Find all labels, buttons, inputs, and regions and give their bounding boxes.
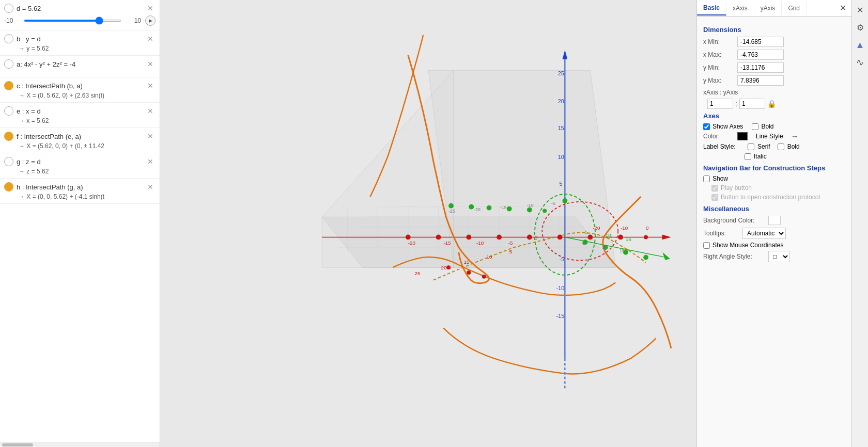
nav-show-checkbox[interactable] bbox=[703, 175, 710, 182]
panel-close-btn[interactable]: ✕ bbox=[834, 0, 851, 16]
open-protocol-checkbox[interactable] bbox=[711, 194, 718, 201]
ymin-input[interactable] bbox=[737, 62, 784, 73]
3d-graph: 25 20 15 10 5 -5 -10 -15 -20 -10 0 -20 -… bbox=[160, 0, 696, 447]
tab-xaxis[interactable]: xAxis bbox=[726, 2, 754, 15]
svg-text:20: 20 bbox=[558, 98, 564, 104]
svg-point-38 bbox=[497, 235, 502, 240]
tab-yaxis[interactable]: yAxis bbox=[754, 2, 782, 15]
svg-text:-20: -20 bbox=[474, 207, 481, 212]
close-icon[interactable]: ✕ bbox=[854, 3, 867, 17]
serif-checkbox[interactable] bbox=[748, 143, 754, 150]
item-label-b: b : y = d bbox=[17, 35, 142, 43]
close-btn-b[interactable]: ✕ bbox=[145, 34, 156, 44]
close-btn-h[interactable]: ✕ bbox=[145, 182, 156, 192]
ratio-row: xAxis : yAxis bbox=[703, 89, 845, 96]
right-angle-label: Right Angle Style: bbox=[703, 253, 765, 260]
bg-color-swatch[interactable] bbox=[768, 216, 781, 225]
svg-point-43 bbox=[644, 235, 648, 240]
serif-label: Serif bbox=[757, 143, 770, 150]
line-style-label: Line Style: bbox=[756, 133, 785, 140]
visibility-toggle-d[interactable] bbox=[4, 4, 13, 13]
show-mouse-coords-checkbox[interactable] bbox=[703, 242, 710, 249]
visibility-toggle-g[interactable] bbox=[4, 157, 13, 166]
play-btn-d[interactable]: ▶ bbox=[145, 15, 156, 26]
ratio-y-input[interactable] bbox=[739, 99, 765, 109]
play-button-checkbox[interactable] bbox=[711, 185, 718, 191]
svg-text:-10: -10 bbox=[476, 240, 484, 246]
right-angle-row: Right Angle Style: □ ∟ bbox=[703, 251, 845, 262]
svg-text:-15: -15 bbox=[500, 205, 507, 210]
item-sub-f: → X = (5.62, 0, 0) + (0, ± 11.42 bbox=[4, 142, 156, 150]
svg-text:10: 10 bbox=[602, 245, 607, 250]
play-button-label: Play button bbox=[721, 184, 752, 191]
svg-text:-10: -10 bbox=[556, 285, 565, 291]
tab-grid[interactable]: Grid bbox=[782, 2, 807, 15]
gear-icon[interactable]: ⚙ bbox=[854, 21, 867, 34]
ymax-input[interactable] bbox=[737, 75, 784, 86]
algebra-item-h: h : IntersectPath (g, a) ✕ → X = (0, 0, … bbox=[0, 179, 160, 204]
close-btn-c[interactable]: ✕ bbox=[145, 81, 156, 91]
lock-icon[interactable]: 🔒 bbox=[767, 100, 776, 108]
xmax-label: x Max: bbox=[703, 51, 734, 58]
visibility-toggle-a[interactable] bbox=[4, 59, 13, 69]
ratio-inputs: : 🔒 bbox=[703, 99, 845, 109]
item-label-g: g : z = d bbox=[17, 158, 142, 166]
axis-color-box[interactable] bbox=[737, 132, 748, 140]
label-style-row: Label Style: Serif Bold bbox=[703, 143, 845, 150]
close-btn-e[interactable]: ✕ bbox=[145, 106, 156, 116]
algebra-item-c: c : IntersectPath (b, a) ✕ → X = (0, 5.6… bbox=[0, 77, 160, 103]
svg-point-46 bbox=[482, 275, 486, 279]
wave-icon[interactable]: ∿ bbox=[854, 56, 867, 69]
icon-sidebar: ✕ ⚙ ▲ ∿ bbox=[851, 0, 868, 447]
svg-text:-10: -10 bbox=[527, 203, 534, 208]
horizontal-scrollbar[interactable] bbox=[0, 442, 160, 447]
xaxis-yaxis-label: xAxis : yAxis bbox=[703, 89, 750, 96]
visibility-toggle-h[interactable] bbox=[4, 182, 13, 191]
ratio-x-input[interactable] bbox=[707, 99, 733, 109]
ymin-row: y Min: bbox=[703, 62, 845, 73]
show-axes-row: Show Axes Bold bbox=[703, 123, 845, 130]
visibility-toggle-c[interactable] bbox=[4, 81, 13, 90]
tooltips-select[interactable]: Automatic bbox=[742, 228, 786, 239]
svg-text:-5: -5 bbox=[508, 240, 513, 246]
close-btn-f[interactable]: ✕ bbox=[145, 131, 156, 141]
tab-basic[interactable]: Basic bbox=[697, 1, 726, 15]
bold-label-label: Bold bbox=[787, 143, 800, 150]
show-mouse-coords-label: Show Mouse Coordinates bbox=[712, 242, 783, 249]
prism-icon[interactable]: ▲ bbox=[854, 38, 867, 52]
xmin-input[interactable] bbox=[737, 37, 784, 47]
italic-checkbox[interactable] bbox=[745, 153, 751, 160]
xmax-input[interactable] bbox=[737, 50, 784, 60]
line-style-arrow[interactable]: → bbox=[791, 132, 798, 140]
bold-label-checkbox[interactable] bbox=[778, 143, 784, 150]
nav-show-row: Show bbox=[703, 175, 845, 182]
visibility-toggle-f[interactable] bbox=[4, 132, 13, 141]
svg-text:-20: -20 bbox=[408, 240, 416, 246]
close-btn-g[interactable]: ✕ bbox=[145, 156, 156, 167]
svg-point-52 bbox=[542, 209, 547, 213]
item-label-c: c : IntersectPath (b, a) bbox=[17, 82, 142, 90]
panel-tabs: Basic xAxis yAxis Grid ✕ bbox=[697, 0, 851, 17]
algebra-item-f: f : IntersectPath (e, a) ✕ → X = (5.62, … bbox=[0, 128, 160, 153]
bold-axes-checkbox[interactable] bbox=[752, 123, 758, 130]
y-axis-arrow bbox=[563, 50, 568, 59]
panel-content: Dimensions x Min: x Max: y Min: y Max: x… bbox=[697, 17, 851, 447]
close-btn-a[interactable]: ✕ bbox=[145, 59, 156, 69]
close-btn-d[interactable]: ✕ bbox=[145, 3, 156, 13]
svg-text:15: 15 bbox=[558, 125, 564, 131]
show-axes-checkbox[interactable] bbox=[703, 123, 710, 130]
svg-point-37 bbox=[466, 235, 471, 240]
svg-text:5: 5 bbox=[585, 229, 588, 235]
svg-point-57 bbox=[643, 255, 648, 260]
misc-title: Miscellaneous bbox=[703, 205, 845, 213]
right-angle-select[interactable]: □ ∟ bbox=[768, 251, 790, 262]
italic-row: Italic bbox=[703, 153, 845, 160]
visibility-toggle-b[interactable] bbox=[4, 34, 13, 43]
xmin-row: x Min: bbox=[703, 37, 845, 47]
svg-text:10: 10 bbox=[558, 154, 564, 160]
visibility-toggle-e[interactable] bbox=[4, 106, 13, 116]
slider-d[interactable] bbox=[24, 20, 121, 22]
item-label-e: e : x = d bbox=[17, 107, 142, 115]
svg-point-39 bbox=[527, 235, 532, 240]
graph-canvas[interactable]: 25 20 15 10 5 -5 -10 -15 -20 -10 0 -20 -… bbox=[160, 0, 696, 447]
